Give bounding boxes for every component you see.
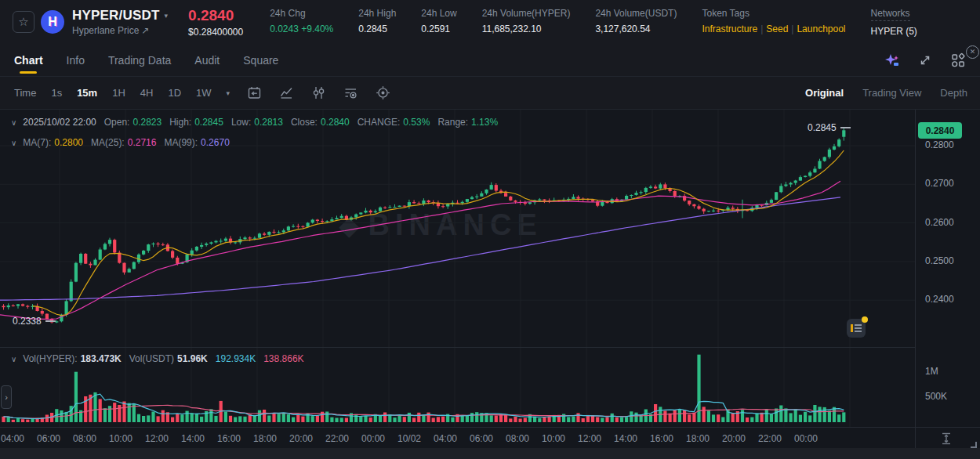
close-icon[interactable]: ✕	[966, 45, 979, 59]
time-tick: 20:00	[722, 433, 746, 444]
volume-readout: ∨Vol(HYPER):183.473KVol(USDT)51.96K192.9…	[11, 353, 312, 364]
chart-view-switch: OriginalTrading ViewDepth	[805, 87, 967, 99]
volume-tick: 1M	[925, 366, 938, 377]
view-depth[interactable]: Depth	[940, 87, 967, 99]
time-tick: 22:00	[758, 433, 782, 444]
price-source-link[interactable]: Hyperlane Price ↗	[72, 25, 168, 36]
widgets-grid-icon[interactable]	[950, 52, 966, 68]
symbol-title-block: HYPER/USDT ▾ Hyperlane Price ↗	[72, 8, 168, 36]
session-low-marker: 0.2338	[13, 316, 56, 327]
readout-label: Low:	[231, 117, 251, 128]
page-tabs: ChartInfoTrading DataAuditSquare	[0, 44, 980, 76]
token-tags-column: Token TagsInfrastructure|Seed|Launchpool	[702, 8, 845, 37]
ma-label: MA(25):	[91, 137, 125, 148]
chart-settings-icon[interactable]	[376, 85, 390, 100]
price-axis[interactable]: 0.28000.27000.26000.25000.2400 0.2840 1M…	[915, 110, 980, 448]
ai-sparkle-icon[interactable]	[884, 52, 900, 68]
networks-column: NetworksHYPER (5)	[871, 8, 917, 37]
networks-value: HYPER (5)	[871, 26, 917, 37]
symbol-selector[interactable]: HYPER/USDT ▾	[72, 8, 168, 23]
vol-label: Vol(USDT)	[129, 353, 174, 364]
tab-chart[interactable]: Chart	[14, 44, 43, 76]
interval-time[interactable]: Time	[14, 87, 36, 99]
time-tick: 10/02	[397, 433, 421, 444]
time-tick: 04:00	[434, 433, 457, 444]
fullscreen-expand-icon[interactable]	[917, 52, 933, 68]
external-link-icon: ↗	[141, 25, 149, 36]
ma-value: 0.2670	[201, 137, 230, 148]
stat-value: 3,127,620.54	[595, 23, 677, 34]
stat-value: 0.0243 +9.40%	[270, 23, 333, 34]
favorite-star-button[interactable]: ☆	[13, 11, 34, 33]
time-tick: 04:00	[1, 433, 24, 444]
tab-audit[interactable]: Audit	[194, 44, 220, 76]
more-intervals-chevron-icon[interactable]: ▾	[227, 89, 230, 97]
indicators-icon[interactable]	[343, 85, 358, 100]
stat-column: 24h Chg0.0243 +9.40%	[270, 8, 333, 37]
stat-column: 24h Volume(HYPER)11,685,232.10	[482, 8, 571, 37]
chart-style-icon[interactable]	[279, 85, 294, 100]
vol-label: Vol(HYPER):	[23, 353, 77, 364]
time-tick: 00:00	[361, 433, 385, 444]
usd-price: $0.28400000	[188, 27, 243, 38]
volume-tick: 500K	[925, 391, 947, 402]
readout-value: 0.2813	[254, 117, 283, 128]
stat-label: 24h Low	[421, 8, 456, 19]
hyperlane-logo: H	[41, 10, 64, 34]
chart-region: ◆ BINANCE ∨2025/10/02 22:00Open:0.2823Hi…	[0, 110, 980, 459]
interval-1d[interactable]: 1D	[168, 87, 181, 99]
session-high-marker: 0.2845	[808, 122, 851, 133]
token-tag[interactable]: Launchpool	[797, 23, 845, 34]
collapse-icon[interactable]: ∨	[11, 118, 16, 127]
tab-info[interactable]: Info	[67, 44, 85, 76]
jump-to-date-icon[interactable]	[247, 85, 262, 100]
time-tick: 14:00	[614, 433, 637, 444]
time-axis[interactable]: 04:0006:0008:0010:0012:0014:0016:0018:00…	[0, 427, 980, 448]
tab-trading-data[interactable]: Trading Data	[108, 44, 171, 76]
tab-square[interactable]: Square	[243, 44, 278, 76]
tag-separator: |	[757, 23, 766, 34]
stat-column: 24h Low0.2591	[421, 8, 456, 37]
price-tick: 0.2800	[925, 139, 954, 150]
token-tag[interactable]: Infrastructure	[702, 23, 757, 34]
ma-readout: ∨MA(7):0.2800MA(25):0.2716MA(99):0.2670	[11, 137, 238, 148]
price-tick: 0.2700	[925, 178, 954, 189]
price-tick: 0.2500	[925, 255, 954, 266]
stat-label: 24h Volume(USDT)	[595, 8, 677, 19]
bottom-strip	[0, 448, 980, 459]
corner-resize-handle[interactable]	[971, 442, 977, 448]
stat-label: 24h Chg	[270, 8, 333, 19]
interval-1w[interactable]: 1W	[196, 87, 212, 99]
view-trading-view[interactable]: Trading View	[862, 87, 921, 99]
last-price-badge: 0.2840	[918, 122, 962, 139]
time-tick: 22:00	[325, 433, 349, 444]
tag-separator: |	[788, 23, 797, 34]
interval-1h[interactable]: 1H	[112, 87, 125, 99]
time-tick: 20:00	[289, 433, 313, 444]
readout-datetime: 2025/10/02 22:00	[23, 117, 96, 128]
collapse-icon[interactable]: ∨	[11, 355, 16, 363]
readout-label: CHANGE:	[358, 117, 401, 128]
collapse-icon[interactable]: ∨	[11, 139, 16, 147]
readout-label: Range:	[437, 117, 468, 128]
readout-label: High:	[169, 117, 191, 128]
axis-scale-icon[interactable]	[938, 431, 954, 446]
stat-value: 0.2591	[421, 23, 456, 34]
interval-4h[interactable]: 4H	[140, 87, 154, 99]
compare-candles-icon[interactable]	[311, 85, 326, 100]
time-tick: 10:00	[542, 433, 565, 444]
time-tick: 12:00	[578, 433, 601, 444]
stat-label: 24h Volume(HYPER)	[482, 8, 571, 19]
page-tabbar: ChartInfoTrading DataAuditSquare	[0, 44, 980, 77]
interval-1s[interactable]: 1s	[51, 87, 62, 99]
stat-column: 24h Volume(USDT)3,127,620.54	[595, 8, 677, 37]
vol-value: 183.473K	[81, 353, 122, 364]
time-tick: 06:00	[470, 433, 493, 444]
interval-15m[interactable]: 15m	[77, 87, 97, 99]
networks-label[interactable]: Networks	[871, 8, 910, 21]
token-tag[interactable]: Seed	[766, 23, 788, 34]
time-tick: 18:00	[253, 433, 277, 444]
view-original[interactable]: Original	[805, 87, 844, 99]
pane-expander-button[interactable]: ›	[1, 385, 12, 409]
news-feed-icon[interactable]	[847, 319, 866, 338]
